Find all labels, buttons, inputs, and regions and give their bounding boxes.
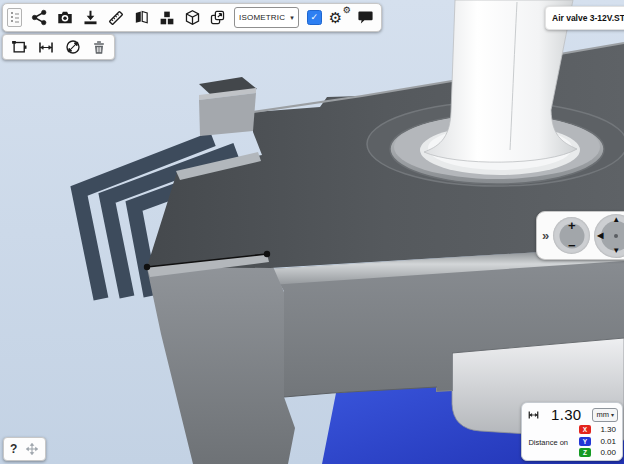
camera-icon [56,9,74,26]
settings-button[interactable]: ⚙ ⚙ [330,9,349,27]
pop-out-button[interactable] [209,9,226,26]
toolbar-main: ISOMETRIC ▾ ✓ ⚙ ⚙ [2,3,382,32]
measurement-endpoint [144,264,150,270]
help-button[interactable]: ? [10,443,17,455]
view-cube-button[interactable] [184,9,201,26]
measurement-panel: 1.30 mm ▾ Distance on X 1.30 Y 0.01 Z 0.… [521,402,623,461]
axis-y-badge: Y [579,437,591,446]
chevron-down-icon: ▾ [290,14,294,22]
distance-on-label: Distance on [522,438,568,447]
toolbar-measure [2,34,115,60]
comments-button[interactable] [357,9,374,26]
measurement-header: 1.30 mm ▾ [522,403,622,424]
print-3d-icon [158,9,176,27]
download-button[interactable] [82,9,99,26]
gear-small-icon: ⚙ [343,5,351,15]
axis-y-value: 0.01 [596,437,616,446]
measurement-endpoint [264,251,270,257]
axis-row-x: X 1.30 [573,425,616,434]
pan-left-button[interactable]: ◀ [597,232,603,240]
axis-x-badge: X [579,425,591,434]
diameter-measure-button[interactable] [64,38,82,56]
view-preset-value: ISOMETRIC [239,13,285,22]
zoom-in-button[interactable]: + [568,219,576,232]
diameter-icon [64,38,82,56]
measure-button[interactable] [107,9,125,27]
zoom-knob[interactable]: + − [553,217,590,254]
chat-icon [357,9,374,26]
measurement-axes: Distance on X 1.30 Y 0.01 Z 0.00 [522,424,622,457]
screenshot-button[interactable] [56,9,74,26]
unit-select[interactable]: mm ▾ [592,408,618,422]
pan-up-button[interactable]: ▲ [612,216,620,224]
nav-widget: » + − ▲ ▼ ◀ ▶ [536,211,624,260]
move-icon[interactable] [25,442,39,456]
pan-down-button[interactable]: ▼ [612,247,620,255]
file-name-chip: Air valve 3-12V.STEP [545,6,624,30]
help-widget: ? [3,437,46,461]
check-icon: ✓ [310,12,318,22]
axis-x-value: 1.30 [596,425,616,434]
clip-box-button[interactable] [10,38,28,56]
distance-measure-button[interactable] [37,39,55,56]
axis-row-z: Z 0.00 [573,448,616,457]
axis-row-y: Y 0.01 [573,437,616,446]
unit-value: mm [596,410,609,419]
ruler-icon [107,9,125,27]
pan-center-dot [614,234,618,238]
pan-knob[interactable]: ▲ ▼ ◀ ▶ [594,214,624,258]
drag-handle[interactable] [7,8,22,27]
pop-out-icon [209,9,226,26]
delete-measurement-button[interactable] [91,39,107,56]
chevron-down-icon: ▾ [611,411,614,418]
trash-icon [91,39,107,56]
cube-icon [184,9,201,26]
section-view-icon [133,9,150,26]
section-view-button[interactable] [133,9,150,26]
measurement-value: 1.30 [543,406,589,423]
view-preset-select[interactable]: ISOMETRIC ▾ [234,7,299,28]
file-name: Air valve 3-12V.STEP [552,13,624,23]
clip-box-icon [10,38,28,56]
share-icon [31,9,48,26]
print-3d-button[interactable] [158,9,176,27]
axis-z-value: 0.00 [596,448,616,457]
gear-icon: ⚙ [329,9,342,27]
viewport-3d[interactable] [0,0,624,464]
nav-collapse-button[interactable]: » [542,229,549,242]
axis-z-badge: Z [579,448,591,457]
display-checkbox[interactable]: ✓ [307,10,322,25]
distance-icon [527,409,540,421]
zoom-out-button[interactable]: − [568,239,576,252]
distance-icon [37,39,55,56]
share-button[interactable] [31,9,48,26]
download-icon [82,9,99,26]
